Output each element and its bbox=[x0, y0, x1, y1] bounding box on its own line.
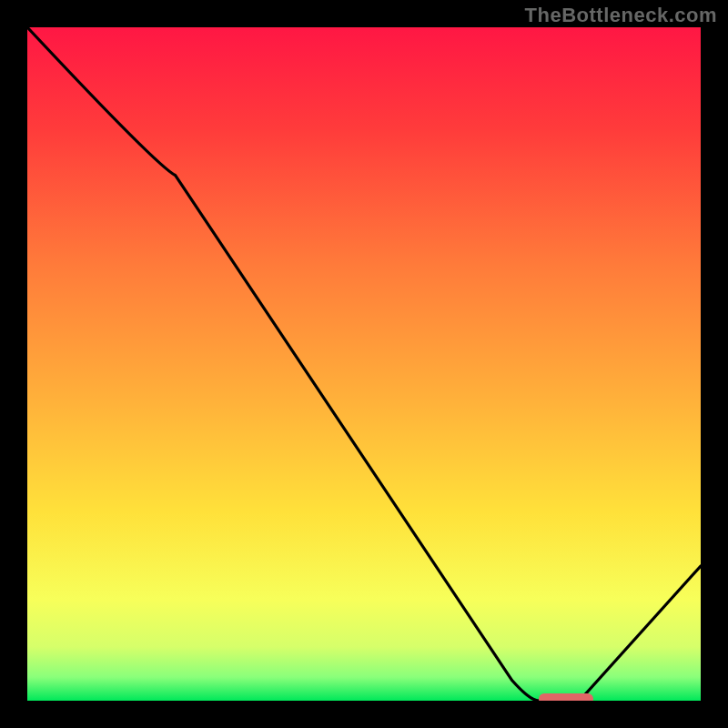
curve-line bbox=[27, 27, 701, 701]
chart-container: TheBottleneck.com bbox=[0, 0, 728, 728]
watermark-text: TheBottleneck.com bbox=[525, 4, 717, 27]
plot-area bbox=[27, 27, 701, 701]
optimal-marker bbox=[539, 693, 592, 701]
